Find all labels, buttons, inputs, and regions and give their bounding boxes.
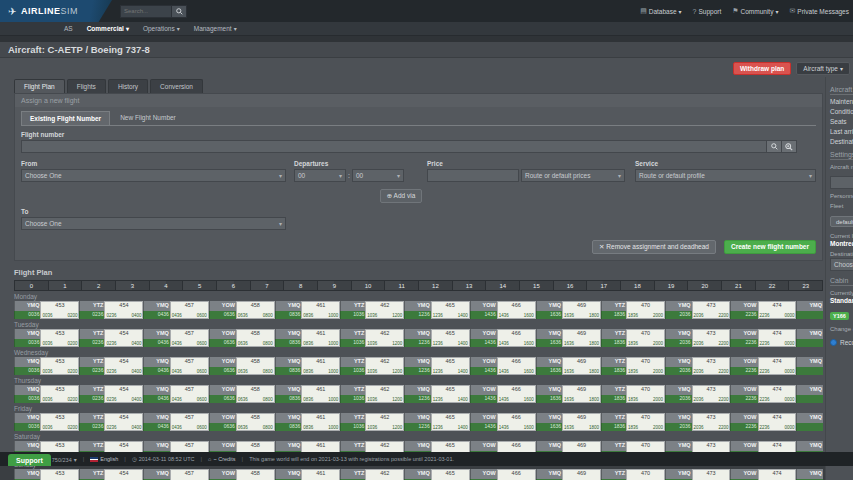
from-select[interactable]: Choose One	[21, 169, 286, 182]
flight-segment[interactable]: 46512361400	[431, 385, 470, 403]
flight-segment[interactable]: 47320362200	[692, 301, 731, 319]
menu-commercial[interactable]: Commercial	[87, 25, 129, 32]
flight-segment[interactable]: 45402360400	[104, 301, 143, 319]
aircraft-type-button[interactable]: Aircraft type	[796, 62, 850, 75]
ground-segment[interactable]: YMQ0436	[143, 469, 169, 480]
ground-segment[interactable]: YTZ1036	[340, 413, 365, 431]
tab-flights[interactable]: Flights	[67, 79, 106, 93]
flight-segment[interactable]: 46916361800	[562, 357, 601, 375]
ground-segment[interactable]: YTZ1836	[601, 385, 626, 403]
tab-conversion[interactable]: Conversion	[150, 79, 203, 93]
price-select[interactable]: Route or default prices	[521, 169, 625, 182]
ground-segment[interactable]: YTZ1836	[601, 469, 626, 480]
flight-segment[interactable]: 47422360000	[758, 385, 797, 403]
footer-credits[interactable]: ⌂~ Credits	[208, 456, 236, 462]
flight-segment[interactable]: 46108361000	[301, 329, 340, 347]
footer-language[interactable]: English	[90, 456, 118, 462]
flight-number-search-button[interactable]	[767, 140, 782, 153]
ground-segment[interactable]: YMQ0836	[275, 301, 301, 319]
flight-segment[interactable]: 45704360600	[170, 357, 209, 375]
ground-segment[interactable]: YOW2236	[730, 357, 757, 375]
ground-segment[interactable]: YMQ1636	[536, 413, 562, 431]
add-via-button[interactable]: ⊕ Add via	[380, 189, 423, 203]
ground-segment[interactable]: YMQ0436	[143, 413, 169, 431]
flight-segment[interactable]: 45704360600	[170, 469, 209, 480]
flight-segment[interactable]: 45704360600	[170, 385, 209, 403]
flight-segment[interactable]: 46108361000	[301, 413, 340, 431]
ground-segment[interactable]: YTZ1036	[340, 385, 365, 403]
flight-segment[interactable]: 45300360200	[40, 469, 79, 480]
ground-segment[interactable]: YOW0636	[209, 469, 236, 480]
flight-number-input[interactable]	[21, 140, 767, 153]
create-flight-number-button[interactable]: Create new flight number	[724, 240, 816, 254]
ground-segment[interactable]: YMQ0036	[14, 357, 40, 375]
destination-select[interactable]: Choose One	[830, 258, 853, 271]
ground-segment[interactable]: YMQ	[796, 301, 822, 319]
flight-segment[interactable]: 45704360600	[170, 301, 209, 319]
flight-segment[interactable]: 46108361000	[301, 301, 340, 319]
flight-segment[interactable]: 47320362200	[692, 413, 731, 431]
service-select[interactable]: Route or default profile	[635, 169, 816, 182]
flight-segment[interactable]: 47320362200	[692, 329, 731, 347]
ground-segment[interactable]: YMQ2036	[665, 357, 691, 375]
ground-segment[interactable]: YTZ1836	[601, 329, 626, 347]
flight-segment[interactable]: 45806360800	[236, 469, 275, 480]
ground-segment[interactable]: YOW2236	[730, 385, 757, 403]
ground-segment[interactable]: YOW2236	[730, 413, 757, 431]
ground-segment[interactable]: YMQ0436	[143, 357, 169, 375]
price-input[interactable]	[427, 169, 519, 182]
ground-segment[interactable]: YOW0636	[209, 385, 236, 403]
ground-segment[interactable]: YOW1436	[470, 469, 497, 480]
ground-segment[interactable]: YMQ0836	[275, 357, 301, 375]
ground-segment[interactable]: YMQ	[796, 413, 822, 431]
flight-segment[interactable]: 47320362200	[692, 469, 731, 480]
sidebar-link-destination[interactable]: Destination	[830, 138, 853, 145]
ground-segment[interactable]: YMQ1236	[404, 301, 430, 319]
ground-segment[interactable]: YMQ1636	[536, 385, 562, 403]
ground-segment[interactable]: YMQ0836	[275, 469, 301, 480]
ground-segment[interactable]: YOW1436	[470, 329, 497, 347]
remove-assignment-button[interactable]: ✕ Remove assignment and deadhead	[592, 240, 716, 254]
menu-support[interactable]: ?Support	[693, 8, 722, 15]
ground-segment[interactable]: YMQ1236	[404, 469, 430, 480]
ground-segment[interactable]: YMQ0436	[143, 301, 169, 319]
ground-segment[interactable]: YTZ1036	[340, 469, 365, 480]
ground-segment[interactable]: YMQ0036	[14, 469, 40, 480]
flight-segment[interactable]: 47018362000	[626, 357, 665, 375]
menu-management[interactable]: Management	[194, 25, 237, 32]
ground-segment[interactable]: YMQ	[796, 357, 822, 375]
flight-segment[interactable]: 45300360200	[40, 301, 79, 319]
flight-segment[interactable]: 46210361200	[365, 357, 404, 375]
flight-segment[interactable]: 46916361800	[562, 385, 601, 403]
flight-segment[interactable]: 47422360000	[758, 301, 797, 319]
flight-segment[interactable]: 47422360000	[758, 329, 797, 347]
flight-segment[interactable]: 47422360000	[758, 469, 797, 480]
ground-segment[interactable]: YMQ0036	[14, 385, 40, 403]
flight-segment[interactable]: 46614361600	[497, 413, 536, 431]
ground-segment[interactable]: YTZ0236	[79, 329, 104, 347]
flight-segment[interactable]: 46512361400	[431, 469, 470, 480]
flight-segment[interactable]: 45806360800	[236, 385, 275, 403]
flight-segment[interactable]: 46210361200	[365, 329, 404, 347]
sidebar-link-maintenance[interactable]: Maintenance	[830, 98, 853, 105]
menu-as[interactable]: AS	[64, 25, 73, 32]
ground-segment[interactable]: YMQ1636	[536, 357, 562, 375]
ground-segment[interactable]: YMQ0036	[14, 413, 40, 431]
ground-segment[interactable]: YMQ1236	[404, 357, 430, 375]
ground-segment[interactable]: YOW1436	[470, 413, 497, 431]
search-button[interactable]	[172, 5, 187, 18]
ground-segment[interactable]: YTZ0236	[79, 469, 104, 480]
ground-segment[interactable]: YOW0636	[209, 301, 236, 319]
ground-segment[interactable]: YMQ0436	[143, 385, 169, 403]
ground-segment[interactable]: YMQ0836	[275, 385, 301, 403]
flight-segment[interactable]: 45300360200	[40, 329, 79, 347]
flight-segment[interactable]: 45300360200	[40, 413, 79, 431]
ground-segment[interactable]: YOW1436	[470, 301, 497, 319]
flight-segment[interactable]: 46916361800	[562, 413, 601, 431]
flight-segment[interactable]: 47422360000	[758, 413, 797, 431]
flight-segment[interactable]: 46512361400	[431, 413, 470, 431]
menu-private-messages[interactable]: ✉Private Messages	[789, 7, 849, 15]
ground-segment[interactable]: YTZ0236	[79, 385, 104, 403]
ground-segment[interactable]: YMQ	[796, 329, 822, 347]
ground-segment[interactable]: YMQ0036	[14, 329, 40, 347]
